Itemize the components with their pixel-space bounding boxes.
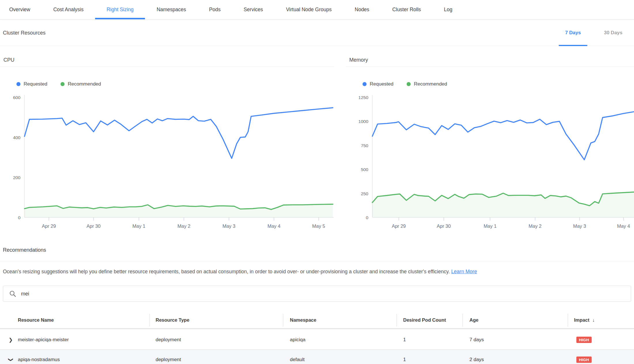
svg-text:750: 750 bbox=[361, 143, 368, 148]
table-header: Resource Name Resource Type Namespace De… bbox=[0, 312, 634, 329]
tab-right-sizing[interactable]: Right Sizing bbox=[95, 0, 145, 19]
tab-namespaces[interactable]: Namespaces bbox=[145, 0, 197, 19]
svg-text:May 1: May 1 bbox=[133, 223, 146, 229]
arrow-down-icon[interactable]: ↓ bbox=[592, 318, 595, 323]
svg-text:May 5: May 5 bbox=[312, 223, 325, 229]
impact-badge: HIGH bbox=[576, 337, 592, 343]
column-separator bbox=[397, 314, 397, 327]
legend-item-requested[interactable]: Requested bbox=[363, 81, 393, 87]
svg-text:May 2: May 2 bbox=[529, 223, 541, 229]
tab-virtual-node-groups[interactable]: Virtual Node Groups bbox=[275, 0, 343, 19]
svg-text:May 3: May 3 bbox=[573, 223, 586, 229]
age-cell: 2 days bbox=[469, 357, 484, 363]
table-row: ❯apiqa-nostradamusdeploymentdefault12 da… bbox=[0, 350, 634, 364]
tab-nodes[interactable]: Nodes bbox=[343, 0, 381, 19]
period-tab-7-days[interactable]: 7 Days bbox=[554, 20, 593, 46]
column-separator bbox=[568, 314, 568, 327]
cluster-resources-header: Cluster Resources 7 Days30 Days bbox=[0, 20, 634, 46]
col-header-resource-name[interactable]: Resource Name bbox=[18, 317, 54, 323]
tab-log[interactable]: Log bbox=[433, 0, 464, 19]
period-tabs: 7 Days30 Days bbox=[554, 20, 634, 46]
legend-label: Requested bbox=[24, 81, 47, 87]
desired-pod-count-cell: 1 bbox=[403, 357, 406, 363]
search-input[interactable] bbox=[20, 286, 631, 302]
recommended-dot-icon bbox=[407, 82, 411, 86]
period-tab-30-days[interactable]: 30 Days bbox=[593, 20, 634, 46]
table-row: ❯meister-apiciqa-meisterdeploymentapiciq… bbox=[0, 330, 634, 349]
resource-name-link[interactable]: meister-apiciqa-meister bbox=[18, 337, 69, 343]
svg-text:0: 0 bbox=[18, 215, 20, 220]
tab-overview[interactable]: Overview bbox=[0, 0, 42, 19]
svg-text:Apr 29: Apr 29 bbox=[392, 223, 406, 229]
learn-more-link[interactable]: Learn More bbox=[451, 269, 477, 274]
svg-text:200: 200 bbox=[13, 175, 20, 180]
resource-type-cell: deployment bbox=[156, 357, 181, 363]
memory-chart: 025050075010001250Apr 29Apr 30May 1May 2… bbox=[349, 91, 634, 230]
col-header-resource-type[interactable]: Resource Type bbox=[156, 317, 189, 323]
legend-label: Recommended bbox=[68, 81, 101, 87]
cpu-title-divider bbox=[0, 67, 334, 67]
svg-text:500: 500 bbox=[361, 167, 368, 172]
svg-text:May 1: May 1 bbox=[484, 223, 497, 229]
namespace-cell: apiciqa bbox=[290, 337, 305, 343]
chevron-down-icon[interactable]: ❯ bbox=[8, 357, 14, 361]
svg-text:400: 400 bbox=[13, 135, 20, 140]
memory-title-divider bbox=[346, 67, 634, 67]
legend-item-recommended[interactable]: Recommended bbox=[407, 81, 447, 87]
svg-text:May 4: May 4 bbox=[267, 223, 280, 229]
recommendations-text: Ocean's resizing suggestions will help y… bbox=[3, 269, 451, 274]
cpu-legend: RequestedRecommended bbox=[16, 81, 114, 87]
memory-chart-title: Memory bbox=[349, 57, 368, 63]
svg-text:May 3: May 3 bbox=[222, 223, 235, 229]
tab-cost-analysis[interactable]: Cost Analysis bbox=[42, 0, 95, 19]
column-separator bbox=[463, 314, 463, 327]
svg-text:250: 250 bbox=[361, 191, 368, 196]
top-tab-bar: OverviewCost AnalysisRight SizingNamespa… bbox=[0, 0, 634, 20]
impact-cell: HIGH bbox=[576, 337, 592, 343]
col-header-namespace[interactable]: Namespace bbox=[290, 317, 316, 323]
resource-name-link[interactable]: apiqa-nostradamus bbox=[18, 357, 60, 363]
svg-text:May 2: May 2 bbox=[178, 223, 190, 229]
age-cell: 7 days bbox=[469, 337, 484, 343]
col-header-desired-pod-count[interactable]: Desired Pod Count bbox=[403, 317, 446, 323]
requested-dot-icon bbox=[16, 82, 20, 86]
tab-services[interactable]: Services bbox=[232, 0, 274, 19]
impact-cell: HIGH bbox=[576, 357, 592, 363]
recommendations-title: Recommendations bbox=[3, 247, 46, 253]
recommendations-description: Ocean's resizing suggestions will help y… bbox=[3, 268, 622, 276]
col-header-impact[interactable]: Impact↓ bbox=[574, 317, 595, 323]
legend-item-requested[interactable]: Requested bbox=[16, 81, 47, 87]
namespace-cell: default bbox=[290, 357, 305, 363]
column-separator bbox=[150, 314, 150, 327]
svg-text:1250: 1250 bbox=[358, 95, 369, 100]
column-separator bbox=[283, 314, 283, 327]
search-icon bbox=[9, 290, 16, 297]
svg-text:Apr 29: Apr 29 bbox=[42, 223, 56, 229]
cpu-chart-title: CPU bbox=[3, 57, 14, 63]
chevron-right-icon[interactable]: ❯ bbox=[9, 337, 13, 343]
cluster-resources-title: Cluster Resources bbox=[3, 30, 46, 36]
legend-label: Requested bbox=[370, 81, 393, 87]
search-box[interactable] bbox=[3, 286, 631, 302]
tab-cluster-rolls[interactable]: Cluster Rolls bbox=[381, 0, 432, 19]
legend-item-recommended[interactable]: Recommended bbox=[61, 81, 101, 87]
requested-dot-icon bbox=[363, 82, 367, 86]
svg-text:1000: 1000 bbox=[358, 119, 369, 124]
svg-text:600: 600 bbox=[13, 95, 20, 100]
svg-text:Apr 30: Apr 30 bbox=[86, 223, 101, 229]
svg-text:May 4: May 4 bbox=[617, 223, 630, 229]
tab-pods[interactable]: Pods bbox=[198, 0, 232, 19]
cpu-chart: 0200400600Apr 29Apr 30May 1May 2May 3May… bbox=[0, 91, 334, 230]
svg-text:Apr 30: Apr 30 bbox=[437, 223, 451, 229]
legend-label: Recommended bbox=[414, 81, 447, 87]
col-header-age[interactable]: Age bbox=[469, 317, 478, 323]
memory-legend: RequestedRecommended bbox=[363, 81, 461, 87]
svg-text:0: 0 bbox=[366, 215, 368, 220]
impact-badge: HIGH bbox=[576, 357, 592, 363]
recommended-dot-icon bbox=[61, 82, 65, 86]
desired-pod-count-cell: 1 bbox=[403, 337, 406, 343]
resource-type-cell: deployment bbox=[156, 337, 181, 343]
recommendations-divider bbox=[0, 261, 634, 261]
